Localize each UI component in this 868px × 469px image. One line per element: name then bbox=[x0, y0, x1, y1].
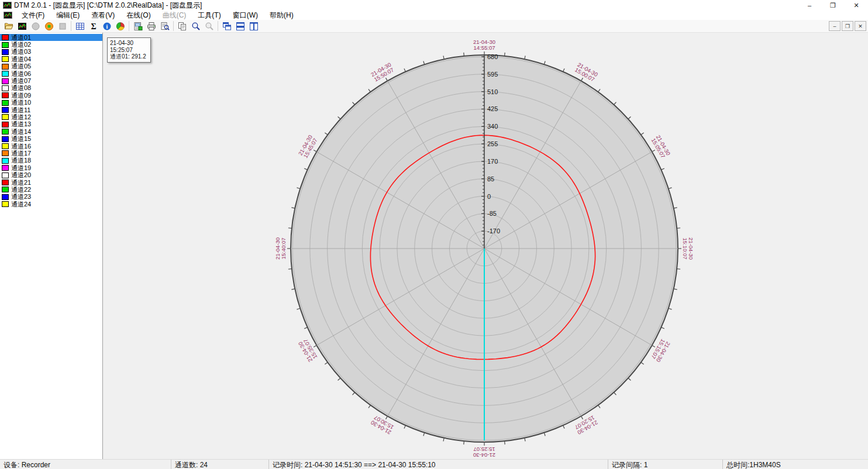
rim-tick bbox=[325, 363, 328, 365]
rim-tick bbox=[598, 405, 601, 408]
menu-bar: 文件(F)编辑(E)查看(V)在线(O)曲线(C)工具(T)窗口(W)帮助(H) bbox=[0, 11, 868, 20]
record-button bbox=[29, 20, 42, 32]
stop-icon bbox=[58, 22, 67, 31]
rim-tick bbox=[338, 117, 340, 119]
mdi-window-controls: – ❐ ✕ bbox=[828, 21, 868, 31]
rim-tick bbox=[464, 53, 464, 56]
statistics-sigma-button[interactable]: Σ bbox=[87, 20, 100, 32]
rim-tick bbox=[544, 433, 545, 436]
zoom-button[interactable] bbox=[189, 20, 202, 32]
time-label-time: 15:25:07 bbox=[474, 446, 495, 453]
rim-tick bbox=[614, 392, 616, 395]
status-field-1: 通道数: 24 bbox=[171, 460, 269, 469]
time-label-group: 21-04-3014:55:07 bbox=[473, 39, 495, 51]
menu-item-window[interactable]: 窗口(W) bbox=[227, 11, 264, 20]
rim-tick bbox=[404, 68, 405, 71]
dial-chart-panel[interactable]: 680595510425340255170850-85-17021-04-301… bbox=[103, 33, 868, 459]
channel-color-swatch bbox=[2, 78, 9, 84]
copy-button[interactable] bbox=[175, 20, 189, 32]
pie-chart-button[interactable] bbox=[113, 20, 127, 32]
menu-item-help[interactable]: 帮助(H) bbox=[264, 11, 299, 20]
window-title: DTM 2.0.1 - [圆盘显示] [C:\DTM 2.0.2\RealDat… bbox=[14, 1, 202, 11]
rim-tick bbox=[598, 89, 601, 92]
rim-tick bbox=[525, 438, 525, 442]
toolbar-groups: Σi bbox=[2, 20, 260, 32]
rim-tick bbox=[641, 363, 644, 365]
rim-tick bbox=[338, 378, 340, 380]
rim-tick bbox=[674, 289, 677, 289]
minimize-icon[interactable]: – bbox=[798, 0, 821, 11]
status-field-0: 设备: Recorder bbox=[0, 460, 171, 469]
chart-window-button[interactable] bbox=[15, 20, 29, 32]
channel-color-swatch bbox=[2, 180, 9, 185]
polar-dial-chart[interactable]: 680595510425340255170850-85-17021-04-301… bbox=[103, 33, 868, 459]
channel-color-swatch bbox=[2, 136, 9, 142]
rim-tick bbox=[443, 438, 444, 442]
rim-tick bbox=[314, 150, 316, 152]
toolbar-separator bbox=[129, 21, 129, 31]
channel-color-swatch bbox=[2, 107, 9, 113]
toolbar: Σi – ❐ ✕ bbox=[0, 20, 868, 33]
rim-tick bbox=[505, 53, 505, 56]
channel-color-swatch bbox=[2, 114, 9, 120]
record-active-icon bbox=[44, 22, 54, 31]
mdi-restore-icon[interactable]: ❐ bbox=[842, 21, 853, 31]
print-preview-button[interactable] bbox=[158, 20, 171, 32]
channel-color-swatch bbox=[2, 143, 9, 149]
rim-tick bbox=[505, 441, 505, 444]
value-tooltip: 21-04-30 15:25:07 通道01: 291.2 bbox=[107, 37, 151, 63]
menu-item-file[interactable]: 文件(F) bbox=[16, 11, 50, 20]
rim-tick bbox=[288, 269, 292, 270]
menu-item-online[interactable]: 在线(O) bbox=[120, 11, 156, 20]
rim-tick bbox=[443, 56, 444, 59]
stop-button bbox=[56, 20, 69, 32]
channel-list-item[interactable]: 通道24 bbox=[0, 201, 102, 208]
rim-tick bbox=[325, 133, 328, 135]
rim-tick bbox=[404, 425, 405, 428]
axis-value-label: 595 bbox=[487, 71, 498, 78]
info-button[interactable]: i bbox=[100, 20, 113, 32]
axis-value-label: 170 bbox=[487, 158, 498, 165]
rim-tick bbox=[304, 168, 307, 170]
toolbar-separator bbox=[173, 21, 174, 31]
tile-vertical-button[interactable] bbox=[247, 20, 260, 32]
axis-value-label: 255 bbox=[487, 140, 498, 147]
print-preview-icon bbox=[160, 22, 170, 31]
open-file-button[interactable] bbox=[2, 20, 15, 32]
mdi-document-icon[interactable] bbox=[4, 12, 12, 19]
time-label-group: 21-04-3015:10:07 bbox=[682, 237, 694, 260]
mdi-minimize-icon[interactable]: – bbox=[829, 21, 841, 31]
menu-item-tools[interactable]: 工具(T) bbox=[192, 11, 226, 20]
rim-tick bbox=[291, 208, 295, 208]
rim-tick bbox=[641, 133, 644, 135]
status-field-3: 记录间隔: 1 bbox=[608, 460, 723, 469]
export-image-button[interactable] bbox=[131, 20, 144, 32]
record-active-button[interactable] bbox=[42, 20, 56, 32]
rim-tick bbox=[544, 61, 545, 64]
channel-color-swatch bbox=[2, 201, 9, 207]
menu-bar-items: 文件(F)编辑(E)查看(V)在线(O)曲线(C)工具(T)窗口(W)帮助(H) bbox=[16, 11, 299, 20]
tile-horizontal-button[interactable] bbox=[233, 20, 247, 32]
cascade-windows-button[interactable] bbox=[220, 20, 233, 32]
channel-color-swatch bbox=[2, 71, 9, 77]
time-label-group: 21-04-3015:40:07 bbox=[274, 237, 287, 260]
rim-tick bbox=[297, 308, 300, 309]
print-button[interactable] bbox=[144, 20, 158, 32]
zoom-out-icon bbox=[205, 22, 214, 31]
axis-value-label: 0 bbox=[487, 193, 491, 200]
statistics-sigma-icon: Σ bbox=[89, 22, 98, 31]
menu-item-view[interactable]: 查看(V) bbox=[85, 11, 120, 20]
rim-tick bbox=[464, 441, 464, 444]
channel-color-swatch bbox=[2, 122, 9, 127]
rim-tick bbox=[669, 308, 672, 309]
open-file-icon bbox=[4, 22, 13, 31]
rim-tick bbox=[353, 102, 355, 105]
restore-icon[interactable]: ❐ bbox=[821, 0, 845, 11]
close-icon[interactable]: ✕ bbox=[845, 0, 868, 11]
data-table-button[interactable] bbox=[73, 20, 87, 32]
menu-item-edit[interactable]: 编辑(E) bbox=[50, 11, 85, 20]
data-table-icon bbox=[75, 22, 85, 31]
mdi-close-icon[interactable]: ✕ bbox=[855, 21, 866, 31]
time-label-time: 15:40:07 bbox=[280, 238, 287, 260]
cascade-windows-icon bbox=[222, 22, 232, 31]
